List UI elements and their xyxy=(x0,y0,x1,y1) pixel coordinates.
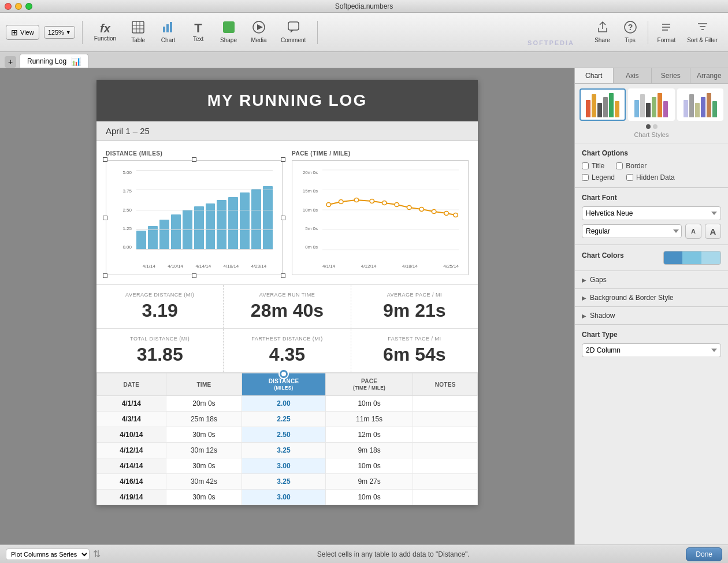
border-checkbox-label[interactable]: Border xyxy=(616,162,647,170)
chart-style-3[interactable] xyxy=(677,88,723,121)
done-button[interactable]: Done xyxy=(686,547,722,561)
chart-type-select[interactable]: 2D Column xyxy=(582,343,721,357)
hidden-data-checkbox-label[interactable]: Hidden Data xyxy=(626,173,675,182)
tab-series[interactable]: Series xyxy=(652,68,690,83)
dot-2[interactable] xyxy=(653,124,658,129)
shape-button[interactable]: Shape xyxy=(216,18,242,46)
font-size-increase-btn[interactable]: A xyxy=(705,224,721,239)
cell-distance-6[interactable]: 3.25 xyxy=(242,474,326,490)
legend-checkbox-label[interactable]: Legend xyxy=(582,173,615,182)
cell-date-4[interactable]: 4/12/14 xyxy=(97,443,166,458)
cell-time-2[interactable]: 25m 18s xyxy=(166,412,242,427)
format-button[interactable]: Format xyxy=(653,18,681,46)
cell-date-1[interactable]: 4/1/14 xyxy=(97,396,166,412)
cell-distance-1[interactable]: 2.00 xyxy=(242,396,326,412)
tab-axis[interactable]: Axis xyxy=(614,68,652,83)
sel-handle-tc xyxy=(192,157,196,162)
cell-pace-4[interactable]: 9m 18s xyxy=(325,443,413,458)
cell-pace-1[interactable]: 10m 0s xyxy=(325,396,413,412)
cell-distance-2[interactable]: 2.25 xyxy=(242,412,326,427)
stat-avg-pace-label: AVERAGE PACE / MI xyxy=(361,292,469,298)
media-button[interactable]: Media xyxy=(246,18,272,46)
comment-button[interactable]: Comment xyxy=(276,18,310,46)
running-log-tab[interactable]: Running Log 📊 xyxy=(20,54,88,68)
cell-date-7[interactable]: 4/19/14 xyxy=(97,490,166,505)
share-button[interactable]: Share xyxy=(590,18,615,46)
distance-chart-area[interactable]: 5.00 3.75 2.50 1.25 0.00 xyxy=(106,160,283,275)
cell-time-1[interactable]: 20m 0s xyxy=(166,396,242,412)
font-size-decrease-btn[interactable]: A xyxy=(685,224,701,239)
cell-date-6[interactable]: 4/16/14 xyxy=(97,474,166,490)
col-header-date[interactable]: DATE xyxy=(97,373,166,396)
plot-stepper[interactable]: ⇅ xyxy=(93,549,101,560)
cell-pace-7[interactable]: 10m 0s xyxy=(325,490,413,505)
col-header-notes[interactable]: NOTES xyxy=(413,373,478,396)
cell-pace-6[interactable]: 9m 27s xyxy=(325,474,413,490)
title-checkbox-label[interactable]: Title xyxy=(582,162,604,170)
cell-time-6[interactable]: 30m 42s xyxy=(166,474,242,490)
cell-time-5[interactable]: 30m 0s xyxy=(166,458,242,474)
stats-row-2: TOTAL DISTANCE (MI) 31.85 FARTHEST DISTA… xyxy=(96,329,478,373)
cell-date-3[interactable]: 4/10/14 xyxy=(97,427,166,443)
background-border-disclosure[interactable]: ▶ Background & Border Style xyxy=(575,289,728,307)
cell-notes-2[interactable] xyxy=(413,412,478,427)
chart-options-row1: Title Border xyxy=(582,162,721,170)
minimize-button[interactable] xyxy=(15,3,22,10)
col-header-pace[interactable]: PACE(TIME / MILE) xyxy=(325,373,413,396)
cell-pace-5[interactable]: 10m 0s xyxy=(325,458,413,474)
tab-arrange[interactable]: Arrange xyxy=(690,68,729,83)
cell-date-2[interactable]: 4/3/14 xyxy=(97,412,166,427)
chart-style-2[interactable] xyxy=(628,88,674,121)
hidden-data-text: Hidden Data xyxy=(636,173,675,182)
plot-columns-select[interactable]: Plot Columns as Series xyxy=(6,549,90,560)
dot-1[interactable] xyxy=(646,124,651,129)
cell-notes-7[interactable] xyxy=(413,490,478,505)
bar-9 xyxy=(228,197,238,250)
legend-checkbox[interactable] xyxy=(582,174,589,181)
main-area: SOFTPEDIA MY RUNNING LOG April 1 – 25 DI… xyxy=(0,68,728,545)
zoom-button[interactable]: 125% ▼ xyxy=(44,26,75,39)
svg-point-24 xyxy=(339,200,343,204)
cell-pace-3[interactable]: 12m 0s xyxy=(325,427,413,443)
close-button[interactable] xyxy=(5,3,12,10)
cell-date-5[interactable]: 4/14/14 xyxy=(97,458,166,474)
shadow-disclosure[interactable]: ▶ Shadow xyxy=(575,307,728,325)
sel-handle-tr xyxy=(281,157,285,162)
cell-time-4[interactable]: 30m 12s xyxy=(166,443,242,458)
color-swatch[interactable] xyxy=(663,251,721,265)
cell-time-7[interactable]: 30m 0s xyxy=(166,490,242,505)
view-button[interactable]: ⊞ View xyxy=(6,25,39,40)
tips-button[interactable]: ? Tips xyxy=(618,18,643,46)
svg-rect-8 xyxy=(223,21,235,33)
title-checkbox[interactable] xyxy=(582,162,589,169)
cell-notes-5[interactable] xyxy=(413,458,478,474)
chart-style-1[interactable] xyxy=(580,88,626,121)
sort-filter-button[interactable]: Sort & Filter xyxy=(682,18,722,46)
font-style-select[interactable]: Regular xyxy=(582,224,682,238)
cell-notes-3[interactable] xyxy=(413,427,478,443)
cell-distance-4[interactable]: 3.25 xyxy=(242,443,326,458)
cell-distance-5[interactable]: 3.00 xyxy=(242,458,326,474)
function-button[interactable]: fx Function xyxy=(90,20,121,44)
tab-chart[interactable]: Chart xyxy=(575,68,614,83)
cell-distance-3[interactable]: 2.50 xyxy=(242,427,326,443)
status-bar: Plot Columns as Series ⇅ Select cells in… xyxy=(0,545,728,563)
pace-chart-area[interactable]: 20m 0s 15m 0s 10m 0s 5m 0s 0m 0s xyxy=(292,160,469,275)
gaps-disclosure[interactable]: ▶ Gaps xyxy=(575,271,728,289)
border-checkbox[interactable] xyxy=(616,162,623,169)
cell-notes-6[interactable] xyxy=(413,474,478,490)
cell-pace-2[interactable]: 11m 15s xyxy=(325,412,413,427)
maximize-button[interactable] xyxy=(25,3,32,10)
table-button[interactable]: Table xyxy=(125,18,151,46)
col-header-distance[interactable]: DISTANCE(MILES) xyxy=(242,373,326,396)
col-header-time[interactable]: TIME xyxy=(166,373,242,396)
cell-distance-7[interactable]: 3.00 xyxy=(242,490,326,505)
text-button[interactable]: T Text xyxy=(185,20,211,45)
font-name-select[interactable]: Helvetica Neue xyxy=(582,206,721,220)
cell-notes-1[interactable] xyxy=(413,396,478,412)
cell-notes-4[interactable] xyxy=(413,443,478,458)
hidden-data-checkbox[interactable] xyxy=(626,174,633,181)
chart-button[interactable]: Chart xyxy=(155,18,181,46)
cell-time-3[interactable]: 30m 0s xyxy=(166,427,242,443)
add-tab-button[interactable]: + xyxy=(5,56,16,68)
